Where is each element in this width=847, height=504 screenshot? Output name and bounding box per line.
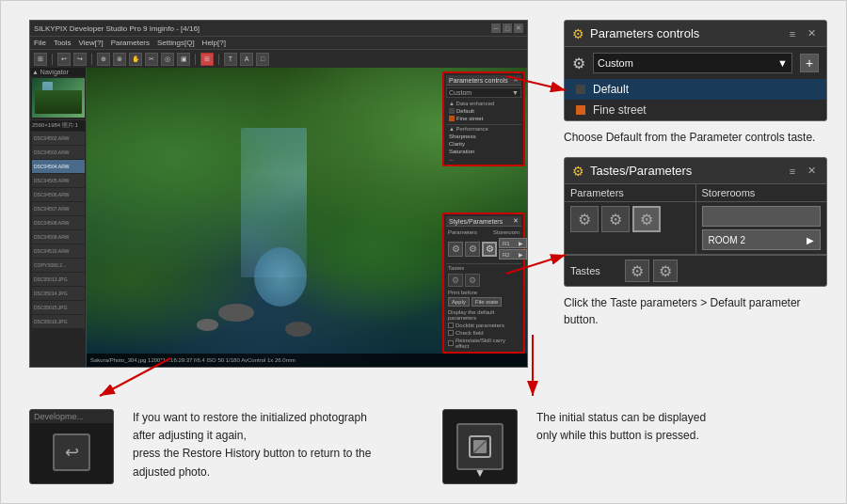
inner-taste-gear-2[interactable]: ⚙ bbox=[465, 274, 480, 287]
inner-popup-title: Parameters controls ✕ bbox=[446, 75, 521, 86]
tastes-bottom-label: Tastes bbox=[570, 265, 617, 276]
title-bar-buttons: ─ □ ✕ bbox=[491, 24, 523, 33]
content-area: ▲ Navigator 2560×1984 照片:1 DSC04502.ARW … bbox=[30, 68, 527, 367]
toolbar-btn-4[interactable]: ⊗ bbox=[113, 53, 126, 66]
film-item-5[interactable]: DSC04506.ARW bbox=[32, 188, 85, 201]
taste-gear-2[interactable]: ⚙ bbox=[653, 260, 678, 282]
param-gear-2[interactable]: ⚙ bbox=[601, 206, 630, 232]
initial-status-button[interactable] bbox=[456, 423, 503, 470]
tastes-menu-icon[interactable]: ≡ bbox=[785, 164, 800, 179]
dropdown-value: Custom bbox=[598, 57, 633, 69]
finestreet-list-item[interactable]: Fine street bbox=[565, 100, 826, 120]
inner-room1[interactable]: R1▶ bbox=[499, 238, 527, 248]
menu-settings[interactable]: Settings[Q] bbox=[157, 39, 195, 47]
inner-gear-active[interactable]: ⚙ bbox=[482, 242, 497, 257]
menu-tools[interactable]: Tools bbox=[54, 39, 72, 47]
film-item-4[interactable]: DSC04505.ARW bbox=[32, 174, 85, 187]
bottom-right-line1: The initial status can be displayed bbox=[536, 411, 706, 424]
inner-default-btn[interactable]: File state bbox=[471, 297, 502, 307]
close-button[interactable]: ✕ bbox=[514, 24, 523, 33]
bottom-text-line3: press the Restore History button to retu… bbox=[133, 447, 371, 460]
initial-icon bbox=[466, 433, 494, 461]
toolbar-btn-1[interactable]: ↩ bbox=[57, 53, 71, 66]
panel-menu-icon[interactable]: ≡ bbox=[785, 26, 800, 41]
toolbar-navigator[interactable]: ⊞ bbox=[34, 53, 47, 66]
toolbar-btn-9[interactable]: ⊞ bbox=[200, 53, 214, 66]
restore-icon: ↩ bbox=[65, 442, 79, 463]
minimize-button[interactable]: ─ bbox=[491, 24, 501, 33]
toolbar-btn-2[interactable]: ↪ bbox=[73, 53, 87, 66]
navigator-label: ▲ Navigator bbox=[30, 68, 86, 76]
toolbar-text-3[interactable]: □ bbox=[256, 53, 269, 66]
default-color-box bbox=[576, 85, 585, 94]
menu-file[interactable]: File bbox=[34, 39, 46, 47]
add-preset-button[interactable]: + bbox=[800, 54, 819, 72]
film-item-2[interactable]: DSC04503.ARW bbox=[32, 146, 85, 159]
tastes-annotation-text: Click the Taste parameters > Default par… bbox=[564, 296, 801, 326]
bottom-right-text: The initial status can be displayed only… bbox=[536, 409, 827, 445]
menu-view[interactable]: View[?] bbox=[79, 39, 104, 47]
inner-apply-btn[interactable]: Apply bbox=[448, 297, 470, 307]
film-item-12[interactable]: DSC05014.JPG bbox=[32, 287, 85, 300]
inner-btns: Apply File state bbox=[446, 296, 521, 307]
inner-default-item[interactable]: Default bbox=[446, 107, 521, 115]
film-item-13[interactable]: DSC05015.JPG bbox=[32, 301, 85, 314]
main-image-area: Sakura/Photo_304.jpg 1200*1...16:29:37 f… bbox=[87, 68, 527, 367]
room1-button[interactable] bbox=[702, 206, 822, 227]
inner-taste-gear-1[interactable]: ⚙ bbox=[448, 274, 463, 287]
toolbar-text-2[interactable]: A bbox=[240, 53, 253, 66]
restore-history-button[interactable]: ↩ bbox=[53, 433, 90, 471]
menu-help[interactable]: Help[?] bbox=[202, 39, 226, 47]
param-controls-annotation: Choose Default from the Parameter contro… bbox=[564, 129, 827, 146]
navigator-thumbnail bbox=[32, 78, 85, 118]
taste-gear-1[interactable]: ⚙ bbox=[625, 260, 649, 282]
film-item-1[interactable]: DSC04502.ARW bbox=[32, 132, 85, 145]
inner-finestreet-item[interactable]: Fine street bbox=[446, 115, 521, 122]
inner-room2[interactable]: R2▶ bbox=[499, 249, 527, 260]
inner-gear-2[interactable]: ⚙ bbox=[465, 242, 480, 257]
toolbar-btn-7[interactable]: ◎ bbox=[161, 53, 174, 66]
film-item-6[interactable]: DSC04507.ARW bbox=[32, 202, 85, 215]
tastes-panel: ⚙ Tastes/Parameters ≡ ✕ Parameters ⚙ ⚙ ⚙ bbox=[564, 157, 827, 287]
room2-button[interactable]: ROOM 2 ▶ bbox=[702, 229, 822, 250]
toolbar-btn-3[interactable]: ⊕ bbox=[97, 53, 110, 66]
dev-label: Developme... bbox=[30, 410, 113, 423]
panel-large-gear: ⚙ bbox=[572, 55, 585, 72]
toolbar: ⊞ ↩ ↪ ⊕ ⊗ ✋ ✂ ◎ ▣ ⊞ T A □ bbox=[30, 49, 527, 68]
menu-parameters[interactable]: Parameters bbox=[111, 39, 150, 47]
param-gear-1[interactable]: ⚙ bbox=[570, 206, 599, 232]
tastes-close-icon[interactable]: ✕ bbox=[804, 164, 819, 179]
toolbar-btn-8[interactable]: ▣ bbox=[177, 53, 190, 66]
restore-history-box: Developme... ↩ bbox=[29, 409, 114, 484]
maximize-button[interactable]: □ bbox=[503, 24, 512, 33]
toolbar-text-1[interactable]: T bbox=[224, 53, 237, 66]
inner-tastes-row: Tastes bbox=[446, 263, 521, 272]
param-controls-panel: ⚙ Parameters controls ≡ ✕ ⚙ Custom ▼ + D… bbox=[564, 20, 827, 121]
tastes-params-storerooms: Parameters ⚙ ⚙ ⚙ Storerooms ROOM 2 ▶ bbox=[565, 184, 826, 255]
separator-4 bbox=[218, 54, 219, 65]
toolbar-btn-5[interactable]: ✋ bbox=[129, 53, 142, 66]
down-arrow-icon: ▼ bbox=[474, 466, 486, 480]
tastes-bottom-row: Tastes ⚙ ⚙ bbox=[565, 255, 826, 286]
film-item-7[interactable]: DSC04508.ARW bbox=[32, 216, 85, 229]
film-item-8[interactable]: DSC04509.ARW bbox=[32, 230, 85, 244]
film-item-10[interactable]: COPYS060.2... bbox=[32, 259, 85, 272]
inner-popup-close[interactable]: ✕ bbox=[513, 76, 519, 84]
inner-gear-1[interactable]: ⚙ bbox=[448, 242, 463, 257]
film-item-3[interactable]: DSC04504.ARW bbox=[32, 160, 85, 173]
default-list-item[interactable]: Default bbox=[565, 79, 826, 100]
param-gear-3-active[interactable]: ⚙ bbox=[632, 206, 661, 232]
custom-dropdown[interactable]: Custom ▼ bbox=[593, 53, 792, 73]
inner-taste-gears: ⚙ ⚙ bbox=[446, 272, 521, 289]
bottom-right-line2: only while this button is pressed. bbox=[536, 429, 699, 442]
inner-style-title: Styles/Parameters ✕ bbox=[446, 216, 521, 227]
toolbar-btn-6[interactable]: ✂ bbox=[145, 53, 158, 66]
separator-1 bbox=[52, 54, 53, 65]
main-container: SILKYPIX Developer Studio Pro 9 Imginfo … bbox=[0, 0, 847, 504]
inner-popup-dropdown[interactable]: Custom ▼ bbox=[446, 87, 521, 98]
panel-close-icon[interactable]: ✕ bbox=[804, 26, 819, 41]
inner-style-close[interactable]: ✕ bbox=[513, 217, 519, 225]
film-item-9[interactable]: DSC04510.ARW bbox=[32, 244, 85, 258]
film-item-14[interactable]: DSC05016.JPG bbox=[32, 315, 85, 328]
film-item-11[interactable]: DSC05013.JPG bbox=[32, 273, 85, 286]
